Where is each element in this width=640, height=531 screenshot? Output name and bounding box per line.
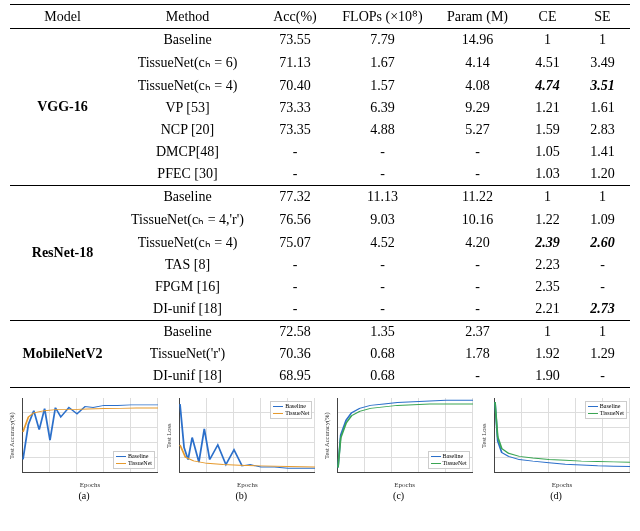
flops-cell: - — [330, 141, 435, 163]
ce-cell: 1.03 — [520, 163, 575, 186]
ce-cell: 1.90 — [520, 365, 575, 388]
method-cell: PFEC [30] — [115, 163, 260, 186]
se-cell: - — [575, 254, 630, 276]
param-cell: - — [435, 276, 520, 298]
flops-cell: 1.57 — [330, 74, 435, 97]
method-cell: TissueNet('r') — [115, 343, 260, 365]
ce-cell: 4.51 — [520, 51, 575, 74]
param-cell: 11.22 — [435, 186, 520, 209]
th-method: Method — [115, 5, 260, 29]
flops-cell: 1.35 — [330, 321, 435, 344]
se-cell: 1.20 — [575, 163, 630, 186]
legend-item: TissueNet — [116, 460, 152, 467]
param-cell: - — [435, 254, 520, 276]
table-header-row: Model Method Acc(%) FLOPs (×10⁸) Param (… — [10, 5, 630, 29]
se-cell: 2.60 — [575, 231, 630, 254]
method-cell: TissueNet(cₕ = 4,'r') — [115, 208, 260, 231]
flops-cell: 4.52 — [330, 231, 435, 254]
flops-cell: 1.67 — [330, 51, 435, 74]
legend-item: TissueNet — [588, 410, 624, 417]
se-cell: 1.61 — [575, 97, 630, 119]
ce-cell: 2.35 — [520, 276, 575, 298]
y-axis-label: Test Accuracy(%) — [323, 398, 330, 473]
method-cell: FPGM [16] — [115, 276, 260, 298]
flops-cell: 9.03 — [330, 208, 435, 231]
se-cell: 1 — [575, 186, 630, 209]
flops-cell: 4.88 — [330, 119, 435, 141]
y-axis-label: Test Loss — [480, 398, 487, 473]
ce-cell: 1 — [520, 321, 575, 344]
flops-cell: 11.13 — [330, 186, 435, 209]
x-axis-label: Epochs — [179, 481, 315, 489]
ce-cell: 1.92 — [520, 343, 575, 365]
table-row: ResNet-18Baseline77.3211.1311.2211 — [10, 186, 630, 209]
model-cell: VGG-16 — [10, 29, 115, 186]
method-cell: DI-unif [18] — [115, 298, 260, 321]
flops-cell: - — [330, 163, 435, 186]
legend-label: TissueNet — [128, 460, 152, 467]
results-table: Model Method Acc(%) FLOPs (×10⁸) Param (… — [10, 4, 630, 388]
legend: BaselineTissueNet — [270, 401, 312, 419]
method-cell: NCP [20] — [115, 119, 260, 141]
se-cell: 1 — [575, 29, 630, 52]
acc-cell: 77.32 — [260, 186, 330, 209]
legend-swatch — [273, 406, 283, 407]
plot-area: BaselineTissueNet — [494, 398, 630, 473]
legend-item: Baseline — [588, 403, 624, 410]
se-cell: - — [575, 276, 630, 298]
ce-cell: 2.39 — [520, 231, 575, 254]
table-row: VGG-16Baseline73.557.7914.9611 — [10, 29, 630, 52]
acc-cell: - — [260, 276, 330, 298]
method-cell: TissueNet(cₕ = 6) — [115, 51, 260, 74]
ce-cell: 1.59 — [520, 119, 575, 141]
x-axis-label: Epochs — [494, 481, 630, 489]
chart-caption: (a) — [8, 490, 160, 501]
legend-item: TissueNet — [431, 460, 467, 467]
se-cell: 1.29 — [575, 343, 630, 365]
legend: BaselineTissueNet — [428, 451, 470, 469]
acc-cell: - — [260, 141, 330, 163]
flops-cell: - — [330, 298, 435, 321]
acc-cell: - — [260, 298, 330, 321]
acc-cell: 75.07 — [260, 231, 330, 254]
param-cell: - — [435, 365, 520, 388]
acc-cell: - — [260, 163, 330, 186]
th-param: Param (M) — [435, 5, 520, 29]
acc-cell: 76.56 — [260, 208, 330, 231]
param-cell: 14.96 — [435, 29, 520, 52]
acc-cell: - — [260, 254, 330, 276]
param-cell: 2.37 — [435, 321, 520, 344]
param-cell: 4.08 — [435, 74, 520, 97]
flops-cell: 6.39 — [330, 97, 435, 119]
ce-cell: 2.23 — [520, 254, 575, 276]
x-axis-label: Epochs — [22, 481, 158, 489]
legend-label: TissueNet — [443, 460, 467, 467]
se-cell: - — [575, 365, 630, 388]
se-cell: 1 — [575, 321, 630, 344]
acc-cell: 71.13 — [260, 51, 330, 74]
legend: BaselineTissueNet — [113, 451, 155, 469]
legend-swatch — [588, 413, 598, 414]
legend-label: Baseline — [128, 453, 149, 460]
chart-caption: (d) — [480, 490, 632, 501]
plot-area: BaselineTissueNet — [22, 398, 158, 473]
flops-cell: 0.68 — [330, 365, 435, 388]
y-axis-label: Test Accuracy(%) — [8, 398, 15, 473]
acc-cell: 70.36 — [260, 343, 330, 365]
param-cell: - — [435, 141, 520, 163]
method-cell: TAS [8] — [115, 254, 260, 276]
chart-c: BaselineTissueNetTest Accuracy(%)Epochs(… — [323, 394, 475, 489]
legend-swatch — [431, 456, 441, 457]
model-cell: ResNet-18 — [10, 186, 115, 321]
legend-label: Baseline — [285, 403, 306, 410]
legend-label: Baseline — [443, 453, 464, 460]
param-cell: 9.29 — [435, 97, 520, 119]
se-cell: 1.09 — [575, 208, 630, 231]
legend-item: Baseline — [116, 453, 152, 460]
acc-cell: 68.95 — [260, 365, 330, 388]
plot-area: BaselineTissueNet — [337, 398, 473, 473]
method-cell: TissueNet(cₕ = 4) — [115, 231, 260, 254]
param-cell: 4.14 — [435, 51, 520, 74]
legend-swatch — [116, 456, 126, 457]
method-cell: DI-unif [18] — [115, 365, 260, 388]
